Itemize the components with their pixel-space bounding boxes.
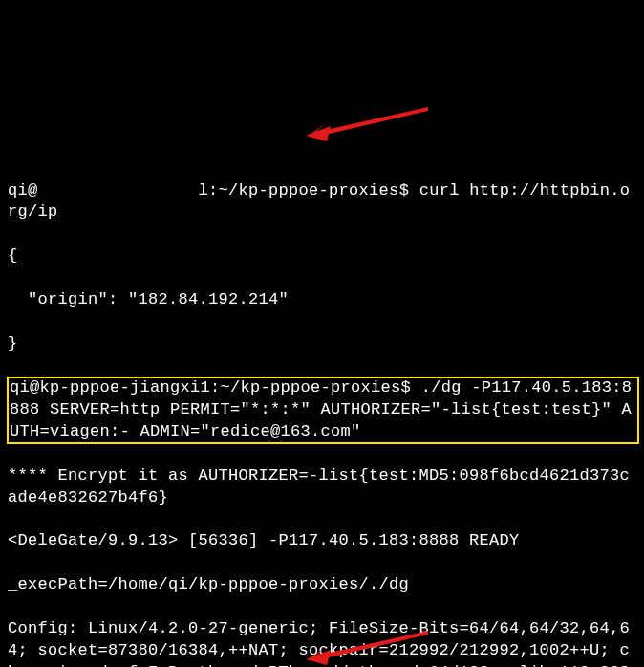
prompt-path: ~/kp-pppoe-proxies: [219, 181, 399, 199]
annotation-arrow-1: [304, 63, 428, 167]
output-execpath: _execPath=/home/qi/kp-pppoe-proxies/./dg: [8, 574, 638, 596]
prompt-symbol-2: $: [401, 378, 412, 397]
prompt-at: @: [28, 181, 38, 199]
output-delegate: <DeleGate/9.9.13> [56336] -P117.40.5.183…: [8, 530, 638, 552]
output-encrypt: **** Encrypt it as AUTHORIZER=-list{test…: [8, 465, 638, 509]
curl1-response-close: }: [8, 334, 638, 355]
prompt-user-2: qi: [10, 378, 30, 397]
curl1-response-body: "origin": "182.84.192.214": [8, 290, 638, 312]
prompt-at-2: @: [30, 378, 40, 397]
redacted-hostname: ████████████████: [38, 180, 199, 202]
prompt-host-2: kp-pppoe-jiangxi1: [40, 378, 211, 397]
prompt-user: qi: [8, 181, 28, 199]
prompt-line-1[interactable]: qi@████████████████l:~/kp-pppoe-proxies$…: [8, 180, 638, 225]
terminal-window[interactable]: qi@████████████████l:~/kp-pppoe-proxies$…: [0, 0, 644, 667]
output-config: Config: Linux/4.2.0-27-generic; FileSize…: [8, 618, 638, 667]
prompt-path-2: ~/kp-pppoe-proxies: [221, 378, 401, 397]
prompt-host-tail: l: [199, 181, 209, 199]
curl1-response-open: {: [8, 246, 638, 268]
prompt-symbol: $: [399, 181, 410, 199]
highlighted-command-block: qi@kp-pppoe-jiangxi1:~/kp-pppoe-proxies$…: [8, 377, 638, 443]
